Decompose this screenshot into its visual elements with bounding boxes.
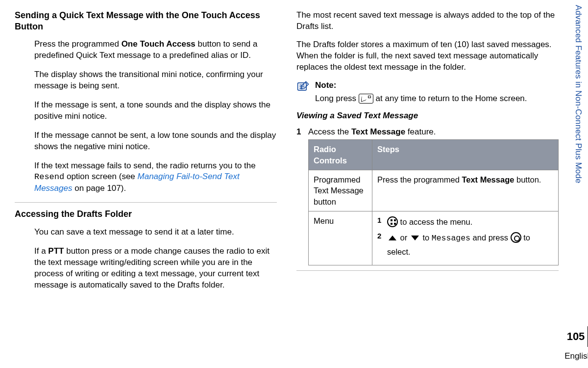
text: Long press bbox=[315, 94, 359, 103]
language-label: English bbox=[564, 351, 588, 362]
top-para-1: The most recent saved text message is al… bbox=[296, 10, 559, 32]
mini-step-number: 2 bbox=[377, 231, 383, 258]
quick-text-body: Press the programmed One Touch Access bu… bbox=[15, 39, 277, 194]
qt-para-4: If the message cannot be sent, a low ton… bbox=[34, 130, 277, 153]
one-touch-access-label: One Touch Access bbox=[122, 39, 196, 49]
cell-steps-2: 1 to access the menu. 2 or to Me bbox=[372, 211, 559, 265]
controls-table: Radio Controls Steps Programmed Text Mes… bbox=[308, 139, 559, 265]
page-number-box: 105 bbox=[567, 326, 588, 347]
heading-drafts: Accessing the Drafts Folder bbox=[15, 209, 277, 220]
column-2: The most recent saved text message is al… bbox=[296, 10, 559, 358]
text: If a bbox=[34, 246, 48, 256]
mini-step-text: to access the menu. bbox=[387, 215, 553, 228]
text-message-bold: Text Message bbox=[462, 175, 514, 184]
qt-para-3: If the message is sent, a tone sounds an… bbox=[34, 100, 277, 122]
text: to access the menu. bbox=[398, 217, 472, 226]
text: button. bbox=[514, 175, 541, 184]
note-block: Note: Long press at any time to return t… bbox=[296, 80, 559, 105]
menu-button-icon bbox=[387, 216, 398, 227]
text: button press or a mode change causes the… bbox=[34, 246, 270, 289]
ok-button-icon bbox=[511, 232, 521, 243]
text: at any time to return to the Home screen… bbox=[373, 94, 527, 103]
qt-para-5: If the text message fails to send, the r… bbox=[34, 160, 277, 195]
chapter-label: Advanced Features in Non-Connect Plus Mo… bbox=[573, 5, 584, 184]
step-number: 1 bbox=[296, 127, 303, 265]
menu-step-1: 1 to access the menu. bbox=[377, 215, 553, 228]
table-row: Menu 1 to access the menu. bbox=[309, 211, 559, 265]
messages-mono: Messages bbox=[432, 234, 470, 243]
cell-steps-1: Press the programmed Text Message button… bbox=[372, 170, 559, 211]
text: to bbox=[420, 233, 432, 242]
drafts-para-1: You can save a text message to send it a… bbox=[34, 227, 277, 238]
note-body: Note: Long press at any time to return t… bbox=[315, 80, 559, 105]
top-para-2: The Drafts folder stores a maximum of te… bbox=[296, 39, 559, 73]
table-header-row: Radio Controls Steps bbox=[309, 140, 559, 170]
text: on page 107). bbox=[72, 184, 126, 193]
menu-steps: 1 to access the menu. 2 or to Me bbox=[377, 215, 553, 258]
note-icon bbox=[296, 80, 310, 92]
note-title: Note: bbox=[315, 80, 559, 91]
content-columns: Sending a Quick Text Message with the On… bbox=[0, 0, 568, 368]
text: If the text message fails to send, the r… bbox=[34, 161, 256, 170]
page: Sending a Quick Text Message with the On… bbox=[0, 0, 588, 368]
up-arrow-icon bbox=[387, 235, 398, 241]
table-row: Programmed Text Message button Press the… bbox=[309, 170, 559, 211]
mini-step-text: or to Messages and press to select. bbox=[387, 231, 553, 258]
step-1: 1 Access the Text Message feature. Radio… bbox=[296, 127, 559, 265]
page-number: 105 bbox=[567, 329, 585, 344]
text: and press bbox=[470, 233, 511, 242]
ptt-label: PTT bbox=[48, 246, 64, 256]
text: Access the bbox=[308, 127, 351, 136]
text: feature. bbox=[405, 127, 436, 136]
qt-para-1: Press the programmed One Touch Access bu… bbox=[34, 39, 277, 61]
divider bbox=[296, 270, 559, 271]
down-arrow-icon bbox=[410, 235, 420, 241]
th-steps: Steps bbox=[372, 140, 559, 170]
cell-controls-2: Menu bbox=[309, 211, 372, 265]
resend-mono: Resend bbox=[34, 172, 64, 182]
text-message-label: Text Message bbox=[351, 127, 405, 136]
mini-step-number: 1 bbox=[377, 215, 383, 228]
home-key-icon bbox=[359, 94, 373, 104]
drafts-para-2: If a PTT button press or a mode change c… bbox=[34, 246, 277, 291]
column-1: Sending a Quick Text Message with the On… bbox=[15, 10, 277, 358]
side-strip: Advanced Features in Non-Connect Plus Mo… bbox=[568, 0, 588, 368]
drafts-body: You can save a text message to send it a… bbox=[15, 227, 277, 291]
qt-para-2: The display shows the transitional mini … bbox=[34, 69, 277, 92]
text: Press the programmed bbox=[377, 175, 462, 184]
menu-step-2: 2 or to Messages and press to select. bbox=[377, 231, 553, 258]
heading-view-saved: Viewing a Saved Text Message bbox=[296, 110, 559, 122]
text: option screen (see bbox=[64, 172, 137, 181]
note-text: Long press at any time to return to the … bbox=[315, 93, 559, 105]
step-body: Access the Text Message feature. Radio C… bbox=[308, 127, 559, 265]
divider bbox=[15, 202, 277, 203]
heading-quick-text: Sending a Quick Text Message with the On… bbox=[15, 10, 277, 32]
text: or bbox=[398, 233, 410, 242]
text: Press the programmed bbox=[34, 39, 122, 49]
th-radio-controls: Radio Controls bbox=[309, 140, 372, 170]
cell-controls-1: Programmed Text Message button bbox=[309, 170, 372, 211]
